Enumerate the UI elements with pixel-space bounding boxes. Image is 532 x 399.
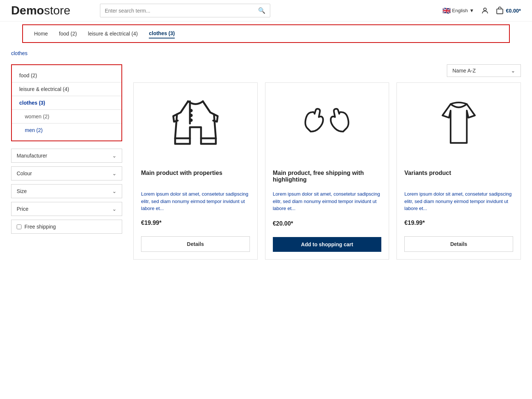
svg-rect-1 <box>496 9 503 14</box>
nav-leisure[interactable]: leisure & electrical (4) <box>88 29 138 38</box>
header-right: 🇬🇧 English ▼ €0.00* <box>442 7 521 15</box>
user-icon <box>481 7 489 15</box>
search-input[interactable] <box>105 8 258 14</box>
chevron-down-icon: ⌄ <box>511 68 515 74</box>
filter-manufacturer[interactable]: Manufacturer ⌄ <box>11 149 122 163</box>
flag-icon: 🇬🇧 <box>442 7 451 15</box>
chevron-down-icon: ⌄ <box>112 206 117 212</box>
products-header: Name A-Z ⌄ <box>133 64 521 77</box>
cart-amount: €0.00* <box>506 8 521 14</box>
logo-light: store <box>44 4 70 17</box>
free-shipping-checkbox[interactable] <box>17 224 21 229</box>
product-image <box>397 83 521 164</box>
product-description: Lorem ipsum dolor sit amet, consetetur s… <box>404 190 513 212</box>
cart-button[interactable]: €0.00* <box>496 7 521 15</box>
price-label: Price <box>17 206 29 212</box>
product-card: Variants product Lorem ipsum dolor sit a… <box>397 82 521 260</box>
category-clothes[interactable]: clothes (3) <box>12 96 121 110</box>
product-info: Main product, free shipping with highlig… <box>265 164 389 237</box>
product-description: Lorem ipsum dolor sit amet, consetetur s… <box>273 190 382 213</box>
filter-size[interactable]: Size ⌄ <box>11 184 122 198</box>
product-price: €19.99* <box>141 220 250 226</box>
products-grid: Main product with properties Lorem ipsum… <box>133 82 521 260</box>
chevron-down-icon: ⌄ <box>112 170 117 176</box>
mittens-icon <box>301 94 353 153</box>
product-price: €20.00* <box>273 220 382 227</box>
language-selector[interactable]: 🇬🇧 English ▼ <box>442 7 474 15</box>
filter-colour[interactable]: Colour ⌄ <box>11 166 122 180</box>
chevron-down-icon: ▼ <box>469 8 474 13</box>
category-men[interactable]: men (2) <box>12 124 121 137</box>
jacket-icon <box>170 94 221 153</box>
add-to-cart-button[interactable]: Add to shopping cart <box>273 237 382 252</box>
svg-point-4 <box>190 119 192 121</box>
product-info: Main product with properties Lorem ipsum… <box>134 164 257 236</box>
search-bar[interactable]: 🔍 <box>100 4 270 17</box>
search-icon[interactable]: 🔍 <box>258 7 265 14</box>
breadcrumb[interactable]: clothes <box>0 46 532 61</box>
sidebar: food (2) leisure & electrical (4) clothe… <box>11 64 122 260</box>
main-layout: food (2) leisure & electrical (4) clothe… <box>0 61 532 263</box>
product-price: €19.99* <box>404 220 513 226</box>
header: Demostore 🔍 🇬🇧 English ▼ €0.00* <box>0 0 532 21</box>
manufacturer-label: Manufacturer <box>17 153 47 159</box>
product-name: Variants product <box>404 170 513 186</box>
nav-clothes[interactable]: clothes (3) <box>149 29 175 38</box>
product-name: Main product, free shipping with highlig… <box>273 170 382 186</box>
free-shipping-label: Free shipping <box>24 224 56 230</box>
svg-point-3 <box>190 115 192 116</box>
free-shipping-filter[interactable]: Free shipping <box>11 220 122 234</box>
cart-icon <box>496 7 504 15</box>
category-food[interactable]: food (2) <box>12 69 121 82</box>
navigation: Home food (2) leisure & electrical (4) c… <box>22 24 510 43</box>
logo[interactable]: Demostore <box>11 4 93 17</box>
language-label: English <box>452 8 468 13</box>
svg-point-2 <box>190 110 192 111</box>
nav-home[interactable]: Home <box>34 29 48 38</box>
colour-label: Colour <box>17 170 32 176</box>
filter-price[interactable]: Price ⌄ <box>11 202 122 216</box>
category-list: food (2) leisure & electrical (4) clothe… <box>11 64 122 141</box>
product-info: Variants product Lorem ipsum dolor sit a… <box>397 164 521 236</box>
logo-bold: Demo <box>11 4 44 17</box>
product-image <box>265 83 389 164</box>
account-button[interactable] <box>481 7 489 15</box>
products-section: Name A-Z ⌄ <box>133 64 521 260</box>
chevron-down-icon: ⌄ <box>112 153 117 159</box>
category-women[interactable]: women (2) <box>12 110 121 124</box>
chevron-down-icon: ⌄ <box>112 188 117 194</box>
longsleeve-icon <box>433 94 485 153</box>
sort-dropdown[interactable]: Name A-Z ⌄ <box>447 64 521 77</box>
nav-food[interactable]: food (2) <box>59 29 77 38</box>
svg-point-0 <box>484 8 486 10</box>
product-card: Main product, free shipping with highlig… <box>265 82 389 260</box>
size-label: Size <box>17 188 27 194</box>
details-button[interactable]: Details <box>404 236 513 252</box>
details-button[interactable]: Details <box>141 236 250 252</box>
category-leisure[interactable]: leisure & electrical (4) <box>12 82 121 96</box>
product-image <box>134 83 257 164</box>
product-description: Lorem ipsum dolor sit amet, consetetur s… <box>141 190 250 212</box>
product-name: Main product with properties <box>141 170 250 186</box>
sort-label: Name A-Z <box>452 68 476 74</box>
product-card: Main product with properties Lorem ipsum… <box>133 82 258 260</box>
